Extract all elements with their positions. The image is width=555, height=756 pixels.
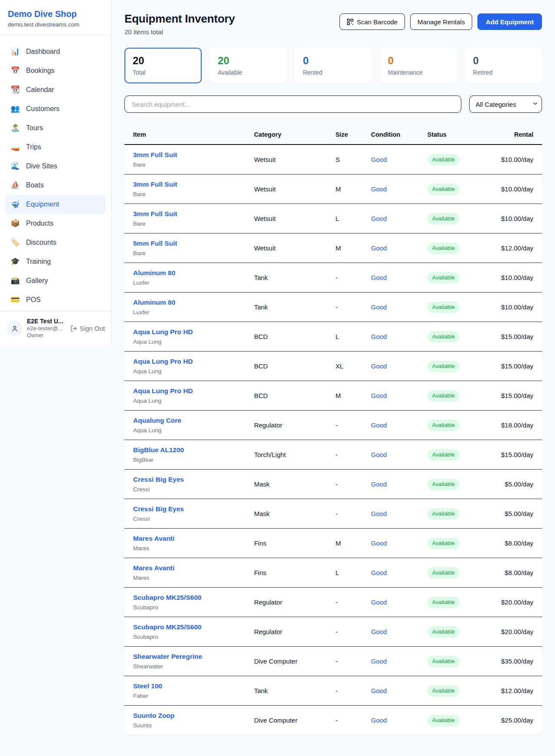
item-name-link[interactable]: BigBlue AL1200 — [133, 445, 245, 454]
pos-icon: 💳 — [10, 295, 20, 305]
header-actions: Scan Barcode Manage Rentals Add Equipmen… — [340, 12, 542, 30]
status-badge: Available — [428, 361, 460, 372]
item-category: Regulator — [250, 617, 331, 647]
item-rental-price: $12.00/day — [481, 676, 542, 706]
sidebar-item-boats[interactable]: ⛵ Boats — [5, 176, 106, 195]
item-condition-link[interactable]: Good — [371, 362, 387, 370]
item-condition-link[interactable]: Good — [371, 569, 387, 576]
status-badge: Available — [428, 420, 460, 431]
item-condition-link[interactable]: Good — [371, 421, 387, 429]
item-size: XL — [331, 352, 367, 381]
item-brand: Aqua Lung — [133, 397, 245, 405]
item-name-link[interactable]: Scubapro MK25/S600 — [133, 622, 245, 631]
item-condition-link[interactable]: Good — [371, 687, 387, 694]
item-condition-link[interactable]: Good — [371, 244, 387, 252]
item-condition-link[interactable]: Good — [371, 333, 387, 340]
item-name-link[interactable]: Aqualung Core — [133, 416, 245, 425]
category-filter[interactable]: All Categories — [469, 95, 542, 113]
item-size: M — [331, 381, 367, 411]
sidebar-item-trips[interactable]: 🚤 Trips — [5, 138, 106, 157]
stat-card-retired[interactable]: 0 Retired — [465, 48, 542, 83]
item-name-link[interactable]: Suunto Zoop — [133, 711, 245, 720]
sidebar-item-equipment[interactable]: 🤿 Equipment — [5, 195, 106, 214]
sidebar-item-customers[interactable]: 👥 Customers — [5, 99, 106, 118]
stat-value: 20 — [218, 54, 278, 67]
table-row: Aqua Lung Pro HD Aqua Lung BCD M Good Av… — [124, 381, 542, 411]
items-total-count: 20 items total — [124, 28, 235, 36]
sidebar-item-bookings[interactable]: 📅 Bookings — [5, 61, 106, 80]
item-name-link[interactable]: 3mm Full Suit — [133, 180, 245, 189]
scan-barcode-button[interactable]: Scan Barcode — [340, 13, 405, 30]
item-name-link[interactable]: Cressi Big Eyes — [133, 504, 245, 513]
item-condition-link[interactable]: Good — [371, 303, 387, 311]
item-name-link[interactable]: Aluminum 80 — [133, 268, 245, 277]
stat-card-maintenance[interactable]: 0 Maintenance — [380, 48, 457, 83]
sidebar-item-label: Tours — [26, 123, 43, 133]
item-name-link[interactable]: Scubapro MK25/S600 — [133, 593, 245, 602]
search-input[interactable] — [124, 95, 461, 113]
sidebar-item-tours[interactable]: 🏝️ Tours — [5, 118, 106, 138]
item-rental-price: $5.00/day — [481, 470, 542, 499]
sidebar-item-dashboard[interactable]: 📊 Dashboard — [5, 42, 106, 61]
item-name-link[interactable]: Mares Avanti — [133, 534, 245, 543]
item-condition-link[interactable]: Good — [371, 274, 387, 281]
item-size: L — [331, 322, 367, 352]
stat-card-rented[interactable]: 0 Rented — [294, 48, 372, 83]
item-condition-link[interactable]: Good — [371, 392, 387, 399]
item-name-link[interactable]: 5mm Full Suit — [133, 239, 245, 248]
item-condition-link[interactable]: Good — [371, 510, 387, 517]
sidebar-item-products[interactable]: 📦 Products — [5, 214, 106, 233]
item-rental-price: $10.00/day — [481, 145, 542, 174]
item-size: - — [331, 588, 367, 617]
item-category: Wetsuit — [250, 204, 331, 233]
table-row: Shearwater Peregrine Shearwater Dive Com… — [124, 647, 542, 676]
item-name-link[interactable]: Shearwater Peregrine — [133, 652, 245, 661]
add-equipment-button[interactable]: Add Equipment — [477, 13, 542, 30]
stat-card-total[interactable]: 20 Total — [124, 48, 202, 83]
item-condition-link[interactable]: Good — [371, 451, 387, 458]
item-size: - — [331, 706, 367, 735]
item-rental-price: $10.00/day — [481, 293, 542, 322]
sidebar-item-training[interactable]: 🎓 Training — [5, 252, 106, 271]
item-brand: Bare — [133, 220, 245, 228]
item-condition-link[interactable]: Good — [371, 717, 387, 724]
item-name-link[interactable]: Cressi Big Eyes — [133, 475, 245, 484]
item-condition-link[interactable]: Good — [371, 215, 387, 222]
item-condition-link[interactable]: Good — [371, 598, 387, 606]
status-badge: Available — [428, 685, 460, 697]
item-brand: Scubapro — [133, 633, 245, 641]
item-name-link[interactable]: 3mm Full Suit — [133, 150, 245, 159]
item-condition-link[interactable]: Good — [371, 657, 387, 665]
sidebar-item-pos[interactable]: 💳 POS — [5, 290, 106, 309]
item-condition-link[interactable]: Good — [371, 480, 387, 488]
item-condition-link[interactable]: Good — [371, 539, 387, 547]
item-condition-link[interactable]: Good — [371, 628, 387, 635]
stat-card-available[interactable]: 20 Available — [209, 48, 287, 83]
stat-label: Available — [218, 69, 278, 76]
item-rental-price: $5.00/day — [481, 499, 542, 529]
sidebar-item-dive-sites[interactable]: 🌊 Dive Sites — [5, 157, 106, 176]
item-condition-link[interactable]: Good — [371, 185, 387, 193]
item-size: - — [331, 676, 367, 706]
app-logo[interactable]: Demo Dive Shop — [8, 9, 103, 19]
manage-rentals-button[interactable]: Manage Rentals — [410, 13, 472, 30]
sign-out-button[interactable]: Sign Out — [70, 325, 105, 332]
sidebar-item-discounts[interactable]: 🏷️ Discounts — [5, 233, 106, 252]
sidebar-item-gallery[interactable]: 📸 Gallery — [5, 271, 106, 290]
item-name-link[interactable]: Aqua Lung Pro HD — [133, 357, 245, 366]
sidebar-item-calendar[interactable]: 📆 Calendar — [5, 80, 106, 99]
user-section: E2E Test U... e2e-tester@... Owner Sign … — [0, 311, 111, 345]
item-name-link[interactable]: Aqua Lung Pro HD — [133, 327, 245, 336]
item-condition-link[interactable]: Good — [371, 156, 387, 163]
item-name-link[interactable]: Aqua Lung Pro HD — [133, 386, 245, 395]
item-category: Wetsuit — [250, 233, 331, 263]
item-rental-price: $8.00/day — [481, 558, 542, 588]
column-header-size: Size — [331, 125, 367, 145]
sidebar-item-label: Dashboard — [26, 46, 60, 57]
table-body: 3mm Full Suit Bare Wetsuit S Good Availa… — [124, 145, 542, 735]
item-name-link[interactable]: Mares Avanti — [133, 563, 245, 572]
item-name-link[interactable]: Aluminum 80 — [133, 298, 245, 307]
bookings-icon: 📅 — [10, 66, 20, 76]
item-name-link[interactable]: 3mm Full Suit — [133, 209, 245, 218]
item-name-link[interactable]: Steel 100 — [133, 681, 245, 690]
